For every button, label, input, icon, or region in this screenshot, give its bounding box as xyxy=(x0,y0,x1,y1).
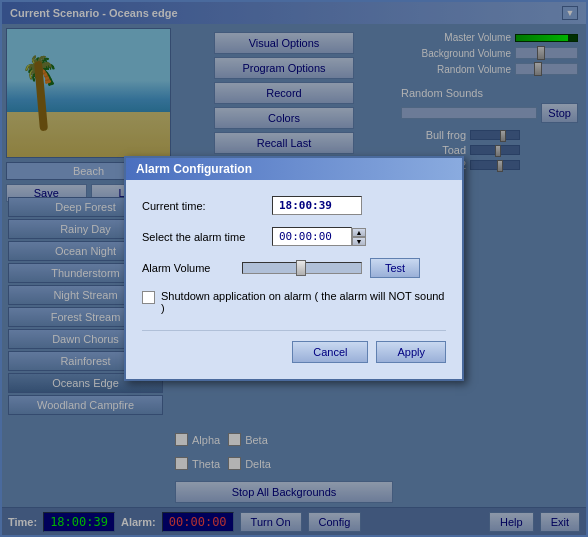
current-time-field[interactable] xyxy=(272,196,362,215)
current-time-row: Current time: xyxy=(142,196,446,215)
current-time-label: Current time: xyxy=(142,200,272,212)
dialog-body: Current time: Select the alarm time ▲ ▼ xyxy=(126,180,462,379)
alarm-dialog: Alarm Configuration Current time: Select… xyxy=(124,156,464,381)
spinner-down-button[interactable]: ▼ xyxy=(352,237,366,246)
alarm-volume-thumb[interactable] xyxy=(296,260,306,276)
alarm-volume-label: Alarm Volume xyxy=(142,262,242,274)
alarm-time-spinner: ▲ ▼ xyxy=(272,227,366,246)
test-button[interactable]: Test xyxy=(370,258,420,278)
dialog-buttons: Cancel Apply xyxy=(142,330,446,363)
dialog-title: Alarm Configuration xyxy=(126,158,462,180)
alarm-time-row: Select the alarm time ▲ ▼ xyxy=(142,227,446,246)
alarm-time-input[interactable] xyxy=(272,227,352,246)
shutdown-label: Shutdown application on alarm ( the alar… xyxy=(161,290,446,314)
spinner-up-button[interactable]: ▲ xyxy=(352,228,366,237)
shutdown-checkbox[interactable] xyxy=(142,291,155,304)
cancel-button[interactable]: Cancel xyxy=(292,341,368,363)
dialog-overlay: Alarm Configuration Current time: Select… xyxy=(2,2,586,535)
alarm-volume-slider[interactable] xyxy=(242,262,362,274)
apply-button[interactable]: Apply xyxy=(376,341,446,363)
alarm-time-label: Select the alarm time xyxy=(142,231,272,243)
alarm-volume-row: Alarm Volume Test xyxy=(142,258,446,278)
spinner-buttons: ▲ ▼ xyxy=(352,228,366,246)
shutdown-row: Shutdown application on alarm ( the alar… xyxy=(142,290,446,314)
main-window: Current Scenario - Oceans edge ▼ 🌴 Beach… xyxy=(0,0,588,537)
